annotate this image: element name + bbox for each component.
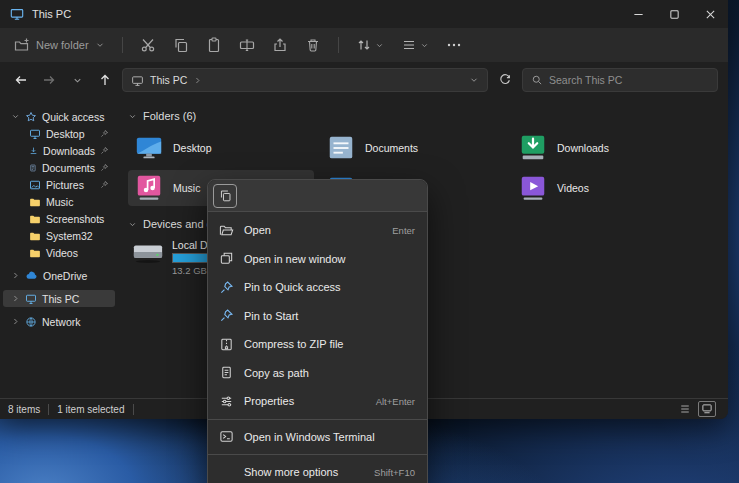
terminal-icon [219,429,234,444]
details-view-button[interactable] [676,401,694,417]
menu-item-pin-to-start[interactable]: Pin to Start [208,302,427,331]
cut-button[interactable] [140,37,156,53]
hard-drive-icon [132,238,164,268]
copy-button[interactable] [173,37,189,53]
sidebar-item-onedrive[interactable]: OneDrive [3,267,115,284]
folder-tile-desktop[interactable]: Desktop [128,130,314,166]
menu-item-properties[interactable]: Properties Alt+Enter [208,387,427,416]
folder-tile-downloads[interactable]: Downloads [512,130,698,166]
toolbar-divider [122,37,123,53]
menu-item-pin-to-quick-access[interactable]: Pin to Quick access [208,273,427,302]
delete-button[interactable] [305,37,321,53]
large-icons-view-button[interactable] [698,401,716,417]
zip-icon [219,337,234,352]
open-folder-icon [219,223,234,238]
menu-item-copy-as-path[interactable]: Copy as path [208,359,427,388]
properties-icon [219,394,234,409]
sidebar-label: Screenshots [46,213,104,225]
app-icon [10,7,24,21]
menu-item-open-in-windows-terminal[interactable]: Open in Windows Terminal [208,423,427,452]
menu-item-open[interactable]: Open Enter [208,216,427,245]
sidebar-label: Network [42,316,81,328]
new-folder-button[interactable]: New folder [14,37,105,53]
navigation-bar: This PC [0,62,728,98]
sidebar-item-this-pc[interactable]: This PC [3,290,115,307]
view-button[interactable] [401,37,429,53]
up-button[interactable] [94,69,116,91]
recent-locations-button[interactable] [66,69,88,91]
view-icon [401,37,417,53]
menu-item-compress-to-zip[interactable]: Compress to ZIP file [208,330,427,359]
chevron-down-icon [72,75,83,86]
chevron-right-icon [11,271,20,280]
sidebar-label: OneDrive [43,270,87,282]
forward-button[interactable] [38,69,60,91]
desktop: This PC New folder [0,0,739,483]
window-title: This PC [32,8,71,20]
context-menu-items: Open Enter Open in new window Pin to Qui… [208,212,427,483]
share-button[interactable] [272,37,288,53]
folder-label: Documents [365,142,418,154]
breadcrumb-root[interactable]: This PC [150,74,187,86]
sort-icon [356,37,372,53]
sidebar-item-system32[interactable]: System32 [3,227,115,244]
titlebar[interactable]: This PC [0,0,728,28]
sort-button[interactable] [356,37,384,53]
folder-tile-videos[interactable]: Videos [512,170,698,206]
sidebar-item-pictures[interactable]: Pictures [3,176,115,193]
folder-icon [29,213,41,225]
more-options-button[interactable] [446,37,462,53]
navigation-pane: Quick access Desktop Downloads Documents [0,98,118,398]
monitor-icon [29,128,41,140]
command-bar: New folder [0,28,728,62]
folder-label: Videos [557,182,589,194]
folder-icon [29,247,41,259]
new-folder-icon [14,37,30,53]
menu-item-show-more-options[interactable]: Show more options Shift+F10 [208,458,427,483]
sidebar-item-documents[interactable]: Documents [3,159,115,176]
minimize-button[interactable] [620,0,656,28]
pin-icon [100,146,109,155]
videos-folder-icon [518,173,548,203]
picture-icon [29,179,41,191]
chevron-right-icon [11,317,20,326]
pin-icon [100,163,109,172]
folders-section-header[interactable]: Folders (6) [128,106,728,126]
search-icon [531,74,543,86]
close-button[interactable] [692,0,728,28]
sidebar-item-quick-access[interactable]: Quick access [3,108,115,125]
sidebar-item-desktop[interactable]: Desktop [3,125,115,142]
context-menu: Open Enter Open in new window Pin to Qui… [207,179,428,483]
sidebar-label: Quick access [42,111,104,123]
refresh-button[interactable] [494,69,516,91]
address-bar[interactable]: This PC [122,68,488,92]
folders-header-label: Folders (6) [143,110,196,122]
search-box[interactable] [522,68,718,92]
rename-button[interactable] [239,37,255,53]
folder-tile-documents[interactable]: Documents [320,130,506,166]
paste-button[interactable] [206,37,222,53]
sidebar-item-screenshots[interactable]: Screenshots [3,210,115,227]
pin-icon [219,308,234,323]
sidebar-item-music[interactable]: Music [3,193,115,210]
maximize-button[interactable] [656,0,692,28]
sidebar-item-videos[interactable]: Videos [3,244,115,261]
menu-item-open-in-new-window[interactable]: Open in new window [208,245,427,274]
music-folder-icon [134,173,164,203]
sidebar-label: This PC [42,293,79,305]
back-button[interactable] [10,69,32,91]
chevron-right-icon [11,294,20,303]
sidebar-item-network[interactable]: Network [3,313,115,330]
sidebar-label: Downloads [43,145,95,157]
pin-icon [100,180,109,189]
sidebar-label: Music [46,196,73,208]
folder-label: Music [173,182,200,194]
downloads-folder-icon [518,133,548,163]
menu-divider [208,419,427,420]
quick-copy-button[interactable] [213,184,237,208]
download-icon [29,145,38,157]
search-input[interactable] [549,74,709,86]
sidebar-item-downloads[interactable]: Downloads [3,142,115,159]
address-dropdown-caret[interactable] [469,75,479,85]
folder-icon [29,196,41,208]
